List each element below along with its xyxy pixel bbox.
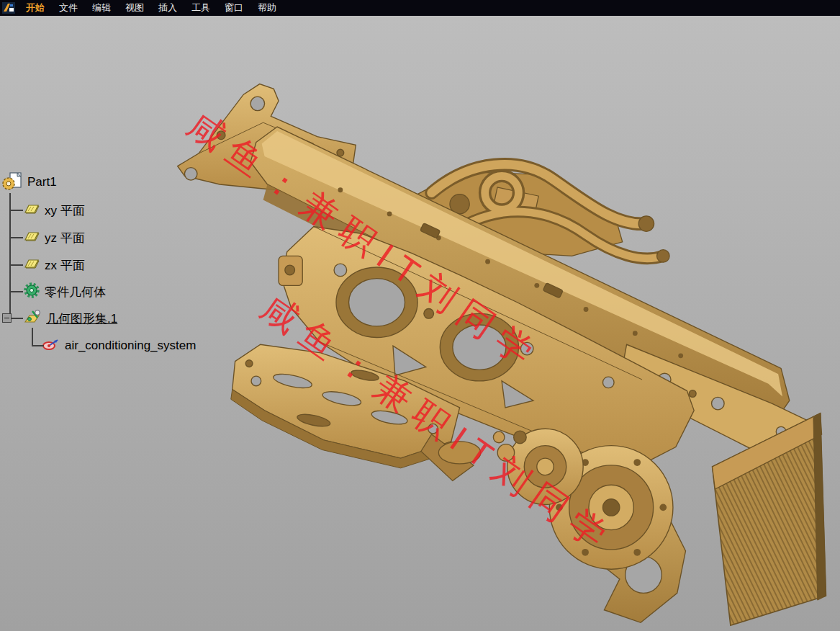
tree-item-label[interactable]: yz 平面 bbox=[45, 230, 85, 246]
tree-branch-line bbox=[9, 237, 23, 238]
tree-item-zx-plane[interactable]: zx 平面 bbox=[23, 254, 85, 276]
tree-child-branch-line bbox=[32, 345, 44, 346]
tree-branch-line bbox=[9, 210, 23, 211]
tree-item-label[interactable]: 零件几何体 bbox=[45, 284, 106, 300]
plane-icon[interactable] bbox=[23, 231, 40, 245]
menu-item-start[interactable]: 开始 bbox=[19, 0, 52, 16]
menu-item-help[interactable]: 帮助 bbox=[250, 0, 284, 16]
geometrical-set-icon[interactable] bbox=[23, 309, 42, 328]
menu-item-insert[interactable]: 插入 bbox=[151, 0, 184, 16]
tree-branch-line bbox=[9, 264, 23, 266]
menu-item-edit[interactable]: 编辑 bbox=[85, 0, 118, 16]
axis-system-icon[interactable] bbox=[42, 337, 60, 354]
tree-item-yz-plane[interactable]: yz 平面 bbox=[23, 227, 85, 249]
part-document-icon[interactable] bbox=[1, 171, 23, 194]
menu-item-view[interactable]: 视图 bbox=[118, 0, 151, 16]
app-logo-icon bbox=[1, 1, 16, 14]
tree-child-trunk-line bbox=[32, 328, 33, 346]
tree-item-label[interactable]: zx 平面 bbox=[45, 257, 85, 274]
tree-item-xy-plane[interactable]: xy 平面 bbox=[23, 200, 85, 221]
specification-tree: Part1 xy 平面 bbox=[0, 16, 245, 376]
plane-icon[interactable] bbox=[23, 258, 40, 272]
tree-branch-line bbox=[9, 291, 23, 292]
tree-item-partbody[interactable]: 零件几何体 bbox=[23, 281, 106, 303]
tree-item-air-conditioning-system[interactable]: air_conditioning_system bbox=[42, 335, 196, 357]
menu-item-file[interactable]: 文件 bbox=[52, 0, 85, 16]
menu-item-tools[interactable]: 工具 bbox=[184, 0, 217, 16]
menu-item-window[interactable]: 窗口 bbox=[217, 0, 250, 16]
tree-item-geometrical-set[interactable]: 几何图形集.1 bbox=[23, 308, 117, 329]
tree-item-label[interactable]: xy 平面 bbox=[45, 202, 85, 219]
tree-item-label[interactable]: Part1 bbox=[27, 175, 57, 189]
3d-viewport[interactable]: Part1 xy 平面 bbox=[0, 16, 840, 631]
tree-item-label[interactable]: 几何图形集.1 bbox=[46, 310, 117, 327]
tree-item-part1[interactable]: Part1 bbox=[1, 171, 57, 193]
model-radiator[interactable] bbox=[713, 413, 826, 625]
plane-icon[interactable] bbox=[23, 203, 40, 218]
menu-bar: 开始 文件 编辑 视图 插入 工具 窗口 帮助 bbox=[0, 0, 840, 16]
tree-trunk-line bbox=[9, 193, 11, 320]
tree-expand-handle[interactable] bbox=[2, 313, 12, 323]
tree-item-label[interactable]: air_conditioning_system bbox=[65, 339, 196, 353]
partbody-icon[interactable] bbox=[23, 282, 40, 302]
